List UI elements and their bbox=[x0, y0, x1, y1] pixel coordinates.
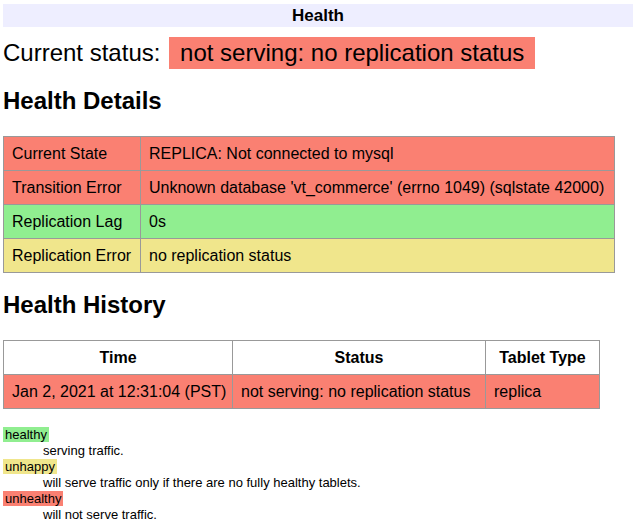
legend-term-badge: unhealthy bbox=[3, 491, 63, 506]
legend: healthyserving traffic.unhappywill serve… bbox=[3, 427, 633, 521]
detail-row: Current StateREPLICA: Not connected to m… bbox=[4, 137, 615, 171]
detail-key: Replication Lag bbox=[4, 205, 141, 239]
detail-value: 0s bbox=[141, 205, 615, 239]
health-history-heading: Health History bbox=[3, 291, 633, 319]
detail-key: Current State bbox=[4, 137, 141, 171]
detail-row: Replication Errorno replication status bbox=[4, 239, 615, 273]
detail-row: Replication Lag0s bbox=[4, 205, 615, 239]
legend-term: unhealthy bbox=[3, 491, 633, 507]
health-details-table: Current StateREPLICA: Not connected to m… bbox=[3, 136, 615, 273]
legend-term: unhappy bbox=[3, 459, 633, 475]
current-status-line: Current status: not serving: no replicat… bbox=[3, 37, 633, 69]
column-header-time: Time bbox=[4, 341, 233, 375]
detail-value: Unknown database 'vt_commerce' (errno 10… bbox=[141, 171, 615, 205]
legend-term: healthy bbox=[3, 427, 633, 443]
history-status: not serving: no replication status bbox=[233, 375, 486, 409]
detail-key: Replication Error bbox=[4, 239, 141, 273]
detail-value: no replication status bbox=[141, 239, 615, 273]
current-status-badge: not serving: no replication status bbox=[169, 37, 535, 69]
detail-key: Transition Error bbox=[4, 171, 141, 205]
history-row: Jan 2, 2021 at 12:31:04 (PST)not serving… bbox=[4, 375, 600, 409]
detail-value: REPLICA: Not connected to mysql bbox=[141, 137, 615, 171]
history-header-row: TimeStatusTablet Type bbox=[4, 341, 600, 375]
legend-term-badge: healthy bbox=[3, 427, 49, 442]
page-title: Health bbox=[3, 4, 633, 27]
detail-row: Transition ErrorUnknown database 'vt_com… bbox=[4, 171, 615, 205]
legend-description: serving traffic. bbox=[43, 443, 633, 459]
legend-description: will serve traffic only if there are no … bbox=[43, 475, 633, 491]
legend-term-badge: unhappy bbox=[3, 459, 57, 474]
legend-description: will not serve traffic. bbox=[43, 507, 633, 521]
column-header-status: Status bbox=[233, 341, 486, 375]
health-history-table: TimeStatusTablet Type Jan 2, 2021 at 12:… bbox=[3, 340, 600, 409]
health-details-heading: Health Details bbox=[3, 87, 633, 115]
current-status-label: Current status: bbox=[3, 39, 160, 66]
history-tablet-type: replica bbox=[486, 375, 600, 409]
history-time: Jan 2, 2021 at 12:31:04 (PST) bbox=[4, 375, 233, 409]
column-header-tablet-type: Tablet Type bbox=[486, 341, 600, 375]
